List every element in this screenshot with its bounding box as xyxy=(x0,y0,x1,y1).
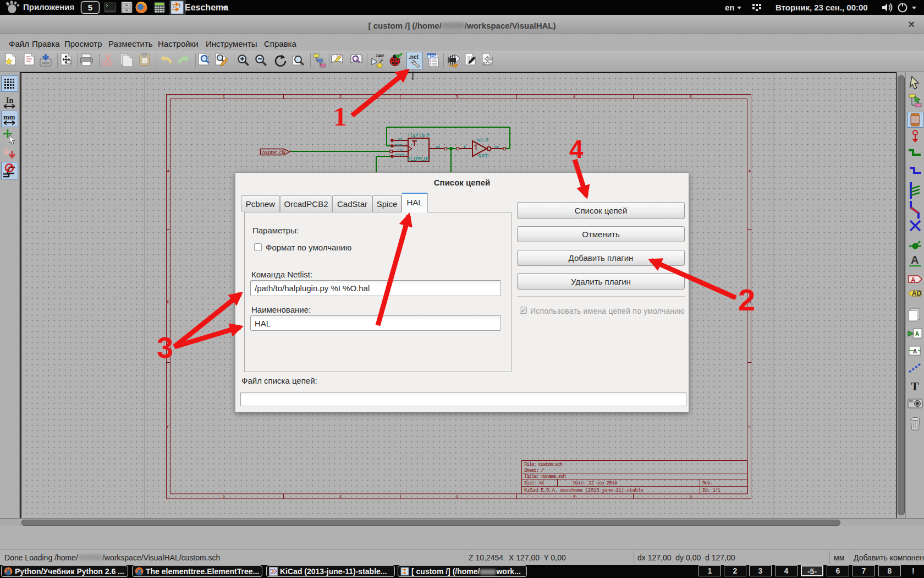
svg-text:1: 1 xyxy=(223,494,226,499)
svg-text:set: set xyxy=(397,137,403,141)
svg-text:A: A xyxy=(167,168,170,173)
svg-text:7402: 7402 xyxy=(376,54,384,58)
svg-text:Rev:: Rev: xyxy=(702,481,713,486)
svg-text:BOM: BOM xyxy=(427,54,438,59)
svg-text:en: en xyxy=(725,3,735,12)
svg-text:B: B xyxy=(749,299,751,304)
svg-text:A: A xyxy=(749,168,751,173)
svg-text:Вторник, 23 сен., 00:00: Вторник, 23 сен., 00:00 xyxy=(776,3,868,12)
svg-text:1: 1 xyxy=(223,94,226,99)
svg-text:Title: noname.sch: Title: noname.sch xyxy=(524,474,566,479)
svg-text:C: C xyxy=(749,424,751,429)
svg-text:data: data xyxy=(395,143,403,148)
svg-text:File: custom.sch: File: custom.sch xyxy=(524,462,563,467)
svg-text:BACK: BACK xyxy=(483,62,493,66)
svg-text:A: A xyxy=(911,254,919,266)
svg-text:2: 2 xyxy=(339,494,342,499)
svg-text:out: out xyxy=(435,145,441,149)
svg-text:NOT: NOT xyxy=(479,154,488,159)
svg-text:FLIPFLOP: FLIPFLOP xyxy=(408,156,430,162)
svg-text:Date: 22 sep 2014: Date: 22 sep 2014 xyxy=(573,481,617,486)
svg-text:5: 5 xyxy=(88,3,92,12)
svg-text:A: A xyxy=(915,331,919,337)
svg-text:flipflop.0: flipflop.0 xyxy=(408,133,430,138)
svg-text:In: In xyxy=(6,96,13,105)
svg-text:5: 5 xyxy=(690,494,692,499)
svg-text:A: A xyxy=(913,348,917,355)
svg-text:B: B xyxy=(167,299,170,304)
svg-text:clk: clk xyxy=(397,148,403,152)
svg-text:5: 5 xyxy=(690,94,692,99)
svg-text:out: out xyxy=(494,145,499,149)
svg-text:reset: reset xyxy=(395,153,405,157)
svg-text:Size: A4: Size: A4 xyxy=(524,481,544,486)
svg-text:.net: .net xyxy=(409,54,419,60)
svg-text:4: 4 xyxy=(573,94,576,99)
svg-text:KiCad E.D.A. eeschema (2013-j: KiCad E.D.A. eeschema (2013-june-11)-sta… xyxy=(524,488,644,493)
svg-text:in: in xyxy=(463,145,466,149)
svg-text:mm: mm xyxy=(3,113,15,121)
svg-text:3: 3 xyxy=(456,494,459,499)
svg-text:AD: AD xyxy=(912,290,922,297)
svg-text:3: 3 xyxy=(456,94,459,99)
svg-text:counter.clk: counter.clk xyxy=(262,150,286,156)
svg-text:T: T xyxy=(911,379,919,393)
svg-text:C: C xyxy=(167,424,170,429)
svg-text:Id: 1/1: Id: 1/1 xyxy=(702,488,721,493)
svg-text:not.0: not.0 xyxy=(476,138,488,143)
svg-text:A: A xyxy=(911,276,916,284)
svg-text:Eeschema: Eeschema xyxy=(185,3,228,12)
svg-text:2: 2 xyxy=(339,94,342,99)
svg-text:Sheet: /: Sheet: / xyxy=(524,468,544,473)
svg-text:4: 4 xyxy=(573,494,576,499)
